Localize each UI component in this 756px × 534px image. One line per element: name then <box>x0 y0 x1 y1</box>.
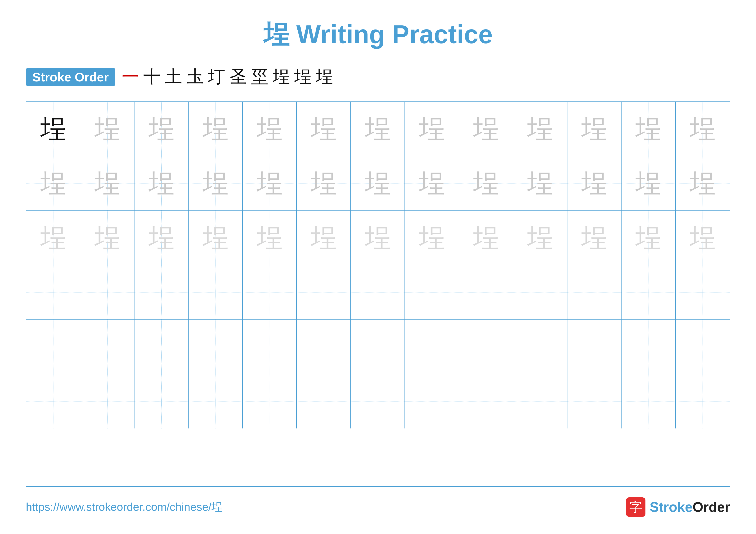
practice-char: 埕 <box>473 171 499 196</box>
practice-char: 埕 <box>311 171 337 196</box>
practice-char: 埕 <box>419 171 445 196</box>
grid-row: 埕埕埕埕埕埕埕埕埕埕埕埕埕 <box>26 156 730 211</box>
grid-cell <box>622 374 676 428</box>
grid-cell: 埕 <box>459 102 513 156</box>
grid-cell <box>189 374 243 428</box>
stroke-order-badge: Stroke Order <box>26 68 115 87</box>
grid-cell: 埕 <box>243 102 297 156</box>
writing-grid: 埕埕埕埕埕埕埕埕埕埕埕埕埕埕埕埕埕埕埕埕埕埕埕埕埕埕埕埕埕埕埕埕埕埕埕埕埕埕埕 <box>26 101 730 487</box>
grid-row <box>26 374 730 428</box>
grid-cell <box>297 374 351 428</box>
grid-row: 埕埕埕埕埕埕埕埕埕埕埕埕埕 <box>26 211 730 266</box>
footer-url: https://www.strokeorder.com/chinese/埕 <box>26 499 223 515</box>
practice-char: 埕 <box>419 116 445 142</box>
grid-cell: 埕 <box>513 102 567 156</box>
grid-row: 埕埕埕埕埕埕埕埕埕埕埕埕埕 <box>26 102 730 156</box>
grid-cell: 埕 <box>189 211 243 265</box>
grid-cell: 埕 <box>80 156 134 211</box>
grid-cell: 埕 <box>297 211 351 265</box>
grid-cell <box>189 266 243 319</box>
grid-cell <box>459 374 513 428</box>
grid-cell: 埕 <box>405 102 459 156</box>
stroke-8: 埕 <box>273 65 290 89</box>
grid-row <box>26 266 730 320</box>
grid-cell <box>405 320 459 374</box>
grid-cell: 埕 <box>676 156 730 211</box>
practice-char: 埕 <box>148 171 174 196</box>
grid-cell <box>567 266 622 319</box>
practice-char: 埕 <box>689 225 716 251</box>
grid-cell <box>243 374 297 428</box>
stroke-10: 埕 <box>316 65 333 89</box>
stroke-7: 坙 <box>251 65 268 89</box>
grid-cell <box>459 266 513 319</box>
practice-char: 埕 <box>527 116 553 142</box>
grid-cell <box>134 266 189 319</box>
practice-char: 埕 <box>257 171 283 196</box>
grid-cell <box>297 266 351 319</box>
grid-cell <box>513 266 567 319</box>
grid-cell <box>189 320 243 374</box>
grid-cell <box>622 320 676 374</box>
logo-icon: 字 <box>626 497 645 517</box>
grid-cell: 埕 <box>459 156 513 211</box>
grid-cell <box>26 320 80 374</box>
grid-cell <box>243 320 297 374</box>
grid-cell: 埕 <box>189 156 243 211</box>
practice-char: 埕 <box>202 225 229 251</box>
grid-cell: 埕 <box>676 211 730 265</box>
grid-cell: 埕 <box>459 211 513 265</box>
practice-char: 埕 <box>419 225 445 251</box>
grid-cell: 埕 <box>513 211 567 265</box>
grid-cell <box>622 266 676 319</box>
grid-cell: 埕 <box>26 102 80 156</box>
stroke-5: 圢 <box>208 65 225 89</box>
grid-cell <box>26 266 80 319</box>
page-title: 埕 Writing Practice <box>26 17 730 52</box>
grid-cell <box>513 374 567 428</box>
practice-char: 埕 <box>473 225 499 251</box>
grid-cell <box>134 320 189 374</box>
practice-char: 埕 <box>581 225 607 251</box>
grid-cell: 埕 <box>134 156 189 211</box>
practice-char: 埕 <box>473 116 499 142</box>
grid-cell: 埕 <box>26 211 80 265</box>
grid-cell <box>513 320 567 374</box>
grid-row <box>26 320 730 374</box>
grid-cell <box>80 266 134 319</box>
practice-char: 埕 <box>148 225 174 251</box>
stroke-4: 圡 <box>186 65 204 89</box>
footer: https://www.strokeorder.com/chinese/埕 字 … <box>26 497 730 517</box>
grid-cell: 埕 <box>351 156 405 211</box>
grid-cell: 埕 <box>351 102 405 156</box>
practice-char: 埕 <box>311 225 337 251</box>
grid-cell: 埕 <box>189 102 243 156</box>
grid-cell <box>243 266 297 319</box>
logo-order-text: Order <box>693 499 730 515</box>
grid-cell <box>351 320 405 374</box>
grid-cell <box>351 266 405 319</box>
practice-char: 埕 <box>581 171 607 196</box>
grid-cell: 埕 <box>80 211 134 265</box>
logo-stroke-text: Stroke <box>650 499 693 515</box>
grid-cell <box>567 320 622 374</box>
grid-cell: 埕 <box>297 156 351 211</box>
practice-char: 埕 <box>365 116 391 142</box>
practice-char: 埕 <box>94 116 120 142</box>
grid-cell: 埕 <box>622 211 676 265</box>
grid-cell <box>297 320 351 374</box>
grid-cell: 埕 <box>351 211 405 265</box>
grid-cell: 埕 <box>676 102 730 156</box>
practice-char: 埕 <box>581 116 607 142</box>
stroke-order-row: Stroke Order 一 十 土 圡 圢 圣 坙 埕 埕 埕 <box>26 65 333 89</box>
grid-cell <box>351 374 405 428</box>
practice-char: 埕 <box>148 116 174 142</box>
grid-cell: 埕 <box>405 211 459 265</box>
practice-char: 埕 <box>635 116 661 142</box>
grid-cell: 埕 <box>134 211 189 265</box>
grid-cell: 埕 <box>26 156 80 211</box>
grid-cell <box>134 374 189 428</box>
practice-char: 埕 <box>40 225 66 251</box>
grid-cell: 埕 <box>622 156 676 211</box>
page: 埕 Writing Practice Stroke Order 一 十 土 圡 … <box>0 0 756 534</box>
